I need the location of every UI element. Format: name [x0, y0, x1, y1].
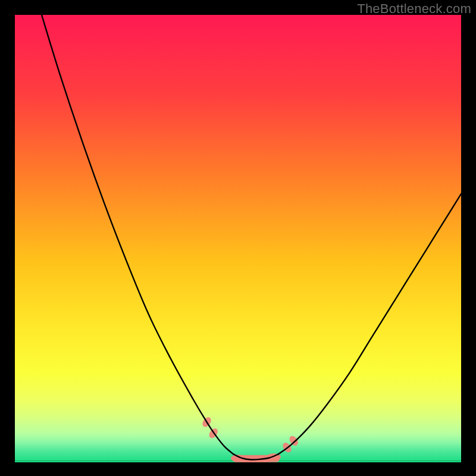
- svg-rect-0: [15, 15, 461, 462]
- svg-rect-1: [15, 461, 461, 461]
- chart-frame: [15, 15, 461, 462]
- gradient-background: [15, 15, 461, 462]
- plot-area: [15, 15, 461, 462]
